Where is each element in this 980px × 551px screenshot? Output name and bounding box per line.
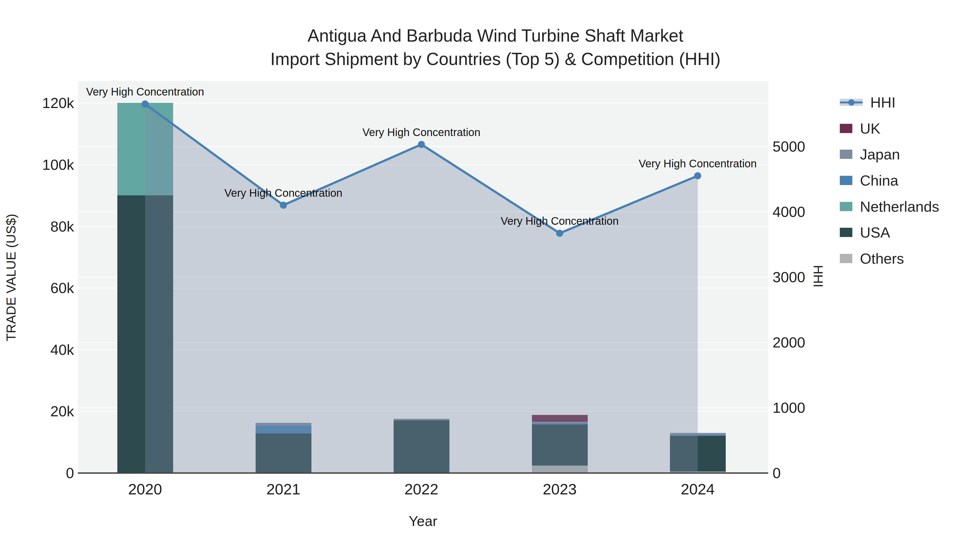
chart-title-line1: Antigua And Barbuda Wind Turbine Shaft M…: [308, 25, 683, 46]
chart-title-line2: Import Shipment by Countries (Top 5) & C…: [270, 49, 721, 69]
y-right-tick-5000: 5000: [773, 138, 805, 155]
legend-swatch-japan: [840, 150, 852, 159]
x-tick-2024: 2024: [681, 480, 715, 498]
y-left-tick-100k: 100k: [42, 156, 74, 173]
annotation-2021: Very High Concentration: [224, 187, 342, 199]
y-right-axis-title: HHI: [811, 265, 826, 287]
legend-swatch-uk: [840, 124, 852, 133]
y-right-tick-4000: 4000: [773, 203, 805, 220]
plot-area: [78, 81, 768, 473]
legend-line-sample-hhi: [840, 97, 863, 107]
legend-swatch-netherlands: [840, 202, 852, 211]
x-tick-2021: 2021: [267, 480, 301, 498]
hhi-marker-2022: [418, 141, 425, 148]
annotation-2022: Very High Concentration: [362, 126, 480, 138]
legend-item-uk[interactable]: UK: [840, 120, 880, 137]
hhi-marker-2023: [556, 230, 563, 237]
y-left-tick-60k: 60k: [50, 279, 74, 296]
y-left-tick-20k: 20k: [50, 403, 74, 419]
legend-label-uk: UK: [860, 120, 880, 137]
hhi-line-chart: [78, 81, 768, 473]
x-tick-2023: 2023: [543, 480, 577, 498]
y-left-tick-40k: 40k: [50, 341, 74, 358]
x-axis-line: [78, 472, 768, 474]
hhi-marker-2021: [280, 202, 287, 209]
hhi-marker-2020: [142, 100, 149, 108]
legend-label-others: Others: [860, 250, 904, 267]
legend-swatch-others: [840, 254, 852, 263]
annotation-2023: Very High Concentration: [501, 215, 619, 227]
chart-canvas: Antigua And Barbuda Wind Turbine Shaft M…: [0, 0, 980, 551]
legend-item-netherlands[interactable]: Netherlands: [840, 198, 939, 215]
legend-label-hhi: HHI: [870, 94, 896, 111]
legend-label-japan: Japan: [860, 146, 900, 163]
y-left-tick-0: 0: [66, 464, 74, 481]
legend-item-japan[interactable]: Japan: [840, 146, 900, 163]
y-right-tick-1000: 1000: [773, 399, 805, 416]
y-left-tick-120k: 120k: [42, 94, 74, 111]
legend-label-netherlands: Netherlands: [860, 198, 939, 215]
x-tick-2020: 2020: [128, 480, 162, 498]
x-axis-title: Year: [409, 513, 437, 529]
y-right-tick-2000: 2000: [773, 334, 805, 351]
legend-item-china[interactable]: China: [840, 172, 898, 189]
hhi-marker-2024: [694, 172, 701, 179]
y-left-axis-title: TRADE VALUE (US$): [3, 214, 19, 341]
y-right-tick-0: 0: [773, 464, 781, 481]
legend-swatch-china: [840, 176, 852, 185]
x-tick-2022: 2022: [404, 480, 439, 498]
annotation-2024: Very High Concentration: [639, 157, 757, 170]
legend-label-usa: USA: [860, 224, 890, 241]
legend-hhi-marker: [848, 99, 854, 106]
legend-item-others[interactable]: Others: [840, 250, 904, 267]
hhi-area-fill: [145, 104, 698, 473]
legend-label-china: China: [860, 172, 898, 189]
legend-swatch-usa: [840, 228, 852, 237]
annotation-2020: Very High Concentration: [86, 86, 204, 98]
y-right-tick-3000: 3000: [773, 268, 805, 286]
legend-item-hhi[interactable]: HHI: [840, 94, 896, 111]
y-left-tick-80k: 80k: [50, 218, 74, 235]
legend-item-usa[interactable]: USA: [840, 224, 890, 241]
